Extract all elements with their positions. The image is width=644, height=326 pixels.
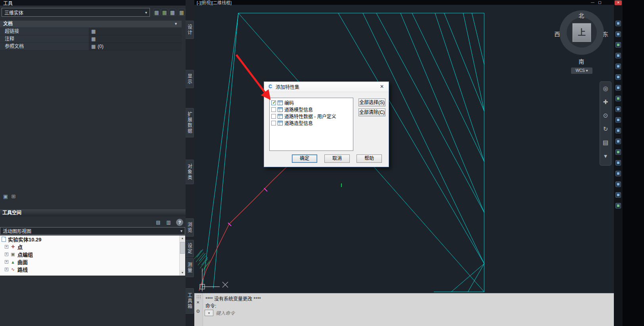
drawing-canvas[interactable]: [-][俯视][二维线框] — ▢ [194,0,614,293]
customize-icon[interactable]: ⚙ [196,309,200,314]
orbit-icon[interactable]: ↻ [600,122,611,136]
property-value[interactable]: ▦ [89,28,182,35]
viewcube-west[interactable]: 西 [554,30,560,38]
tab-extended-data[interactable]: 扩展数据 [186,108,194,137]
showmotion-icon[interactable]: ▤ [600,136,611,149]
tab-design[interactable]: 设计 [186,21,194,39]
active-drawing-view-value: 活动图形视图 [3,228,31,234]
viewcube-east[interactable]: 东 [603,30,608,38]
navbar-more-icon[interactable]: ▾ [600,149,611,163]
toolspace-layout-icon[interactable]: ▤ [155,219,162,226]
property-sets-list[interactable]: 编码 道路模型信息 道路特性数据 - 用户定义 道路造型信息 [269,98,353,151]
expand-plus-icon[interactable]: + [5,260,8,264]
tree-item-point-groups[interactable]: + ▣ 点编组 [0,251,179,258]
help-button[interactable]: 帮助 [356,154,382,163]
palette-toolbar-icon-3[interactable]: ▦ [169,9,176,16]
tab-settings[interactable]: 设定 [186,240,194,257]
scroll-up-icon[interactable]: ▲ [180,235,185,241]
viewcube-top-face[interactable]: 上 [572,23,591,42]
dock-icon[interactable] [615,21,621,26]
dock-icon[interactable] [615,96,621,101]
dock-icon[interactable] [615,171,621,176]
chevron-down-icon: ▾ [180,229,182,233]
vertical-tab-strip: 设计 显示 扩展数据 对象类 浏览 设定 测量 工具箱 [186,0,194,326]
dock-icon[interactable] [615,85,621,91]
checkbox[interactable] [271,114,276,119]
tab-prospector[interactable]: 浏览 [186,218,194,237]
tree-item-drawing[interactable]: 实验实体10.29 [0,235,179,243]
property-value[interactable]: ▦ (0) [89,43,182,50]
expand-plus-icon[interactable]: + [5,253,8,256]
palette-autohide-icon[interactable]: ⊞ [10,193,17,200]
dock-icon[interactable] [615,64,621,69]
dock-icon[interactable] [615,106,621,112]
recent-commands-icon[interactable]: ▾ [205,310,213,316]
dock-icon[interactable] [615,42,621,48]
dock-icon[interactable] [615,128,621,133]
pan-icon[interactable]: ✚ [600,95,611,109]
properties-palette-panel: 工具 三维实体 ▾ ▦ ▦ ▦ ▦ 文档 ▾ 超链接 ▦ 注释 ▦ [0,0,194,326]
command-input-row[interactable]: ▾ 键入命令 [205,309,235,316]
dock-icon[interactable] [615,139,621,144]
select-all-button[interactable]: 全部选择(S) [358,98,385,106]
close-icon[interactable]: ✕ [375,82,389,92]
dock-icon[interactable] [615,74,621,80]
close-icon[interactable]: ✕ [615,0,622,5]
dock-icon[interactable] [615,149,621,155]
list-item[interactable]: 道路造型信息 [270,120,352,126]
checkbox[interactable] [271,121,276,125]
zoom-icon[interactable]: ⊙ [600,109,611,122]
scroll-down-icon[interactable]: ▼ [180,270,185,276]
dock-icon[interactable] [615,192,621,198]
dock-icon[interactable] [615,31,621,37]
palette-toolbar-icon-2[interactable]: ▦ [161,9,168,16]
close-icon[interactable]: ✕ [196,300,199,305]
list-item[interactable]: 道路模型信息 [270,106,352,113]
viewcube[interactable]: 上 北 南 西 东 [556,8,608,68]
tab-survey[interactable]: 测量 [186,258,194,277]
palette-toolbar-icon-4[interactable]: ▦ [178,9,185,16]
dock-icon[interactable] [615,181,621,187]
list-item[interactable]: 道路特性数据 - 用户定义 [270,113,352,120]
viewcube-north[interactable]: 北 [579,11,584,19]
dialog-titlebar[interactable]: C 添加特性集 [264,82,389,92]
tree-item-points[interactable]: + ✚ 点 [0,243,179,251]
wcs-dropdown[interactable]: WCS ▾ [571,68,592,74]
checkbox[interactable] [271,100,276,105]
maximize-icon[interactable]: ▢ [598,0,602,4]
list-item[interactable]: 编码 [270,99,352,106]
dock-icon[interactable] [615,203,621,208]
dock-icon[interactable] [615,160,621,166]
active-drawing-view-dropdown[interactable]: 活动图形视图 ▾ [0,227,185,235]
property-value[interactable]: ▦ [89,35,182,43]
tab-object-class[interactable]: 对象类 [186,160,194,184]
tree-scrollbar[interactable]: ▲ ▼ [179,235,185,276]
cancel-button[interactable]: 取消 [324,154,350,163]
command-input-placeholder[interactable]: 键入命令 [216,309,235,316]
palette-properties-icon[interactable]: ▣ [2,193,9,200]
dock-icon[interactable] [615,117,621,123]
dock-icon[interactable] [615,53,621,58]
expand-plus-icon[interactable]: + [5,268,8,271]
ok-button[interactable]: 确定 [292,154,317,163]
tree-item-alignments[interactable]: + ∿ 路线 [0,266,179,273]
navigation-wheel-icon[interactable]: ◎ [600,82,611,95]
viewcube-south[interactable]: 南 [579,57,584,65]
tree-item-surfaces[interactable]: + ▲ 曲面 [0,258,179,266]
tab-toolbox[interactable]: 工具箱 [186,288,194,314]
toolspace-panorama-icon[interactable]: ▥ [165,219,172,226]
help-icon[interactable]: ? [176,219,183,226]
object-type-dropdown[interactable]: 三维实体 ▾ [2,8,150,17]
palette-toolbar-icon-1[interactable]: ▦ [153,9,160,16]
drag-handle-icon[interactable] [196,295,201,299]
clear-all-button[interactable]: 全部清除(C) [358,108,385,116]
toolspace-title[interactable]: 工具空间 [0,209,186,216]
checkbox[interactable] [271,107,276,112]
drawing-icon [2,237,6,242]
tab-display[interactable]: 显示 [186,70,194,88]
property-row-hyperlink: 超链接 ▦ [0,28,182,35]
scrollbar-thumb[interactable] [180,242,185,254]
expand-plus-icon[interactable]: + [5,245,8,249]
minimize-icon[interactable]: — [591,0,594,4]
section-header-document[interactable]: 文档 ▾ [0,21,182,27]
